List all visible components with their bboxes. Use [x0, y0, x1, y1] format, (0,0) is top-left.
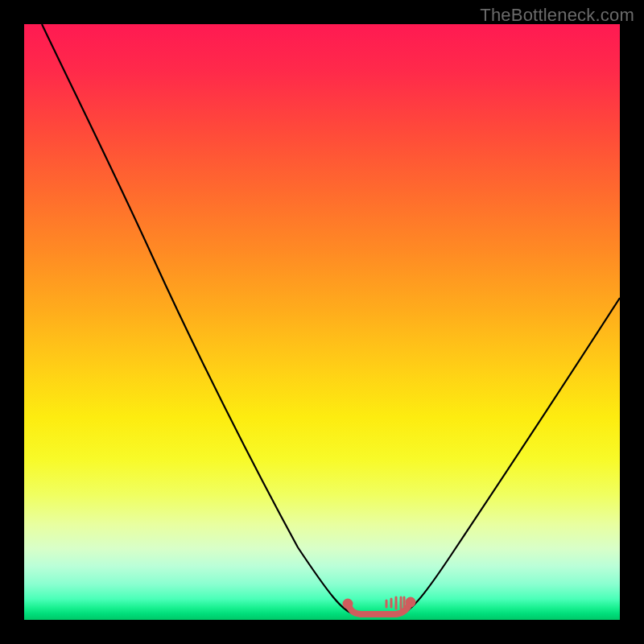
optimal-range-marker — [345, 597, 414, 614]
watermark-text: TheBottleneck.com — [480, 5, 634, 26]
svg-point-0 — [345, 601, 351, 607]
bottleneck-curve — [42, 24, 620, 613]
svg-point-1 — [407, 599, 414, 605]
plot-area — [24, 24, 620, 620]
chart-svg — [24, 24, 620, 620]
chart-container: TheBottleneck.com — [0, 0, 644, 644]
